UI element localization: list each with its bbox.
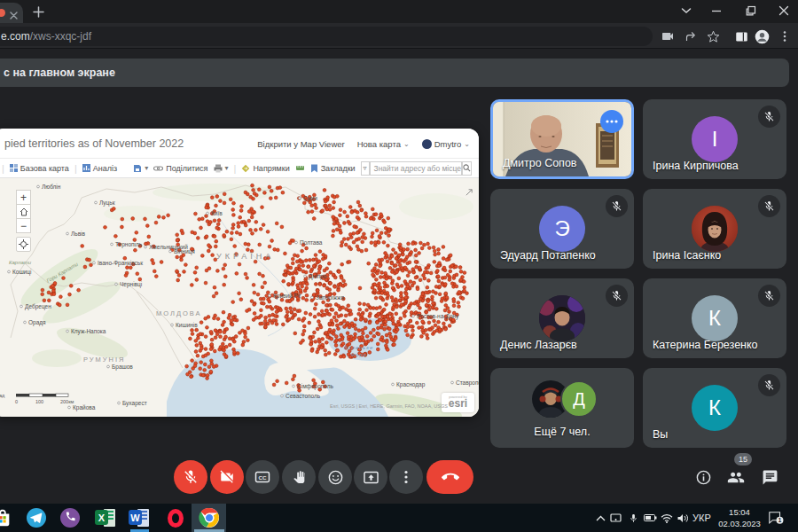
svg-text:Київ: Київ bbox=[211, 210, 223, 216]
taskbar-excel-icon[interactable]: X bbox=[95, 507, 116, 528]
tray-notifications-icon[interactable]: 1 bbox=[766, 507, 786, 528]
avatar-photo bbox=[539, 295, 585, 341]
participant-tile[interactable]: К Катерина Березенко bbox=[643, 278, 786, 358]
bookmark-star-icon[interactable] bbox=[704, 27, 722, 45]
svg-text:Івано-Франківськ: Івано-Франківськ bbox=[98, 260, 143, 267]
basemap-button[interactable]: Базова карта bbox=[10, 164, 69, 173]
window-close-button[interactable] bbox=[777, 4, 791, 18]
share-icon[interactable] bbox=[682, 27, 700, 45]
taskbar-opera-icon[interactable] bbox=[165, 507, 186, 528]
overflow-label: Ещё 7 чел. bbox=[490, 426, 634, 438]
svg-text:Запоріжжя: Запоріжжя bbox=[316, 294, 344, 301]
map-zoom-controls: + − bbox=[16, 191, 31, 252]
raise-hand-button[interactable] bbox=[282, 460, 316, 494]
mic-muted-icon bbox=[758, 195, 780, 217]
taskbar-telegram-icon[interactable] bbox=[26, 507, 47, 528]
participant-tile[interactable]: Ірина Ісаєнко bbox=[643, 189, 786, 269]
self-tile[interactable]: К Вы bbox=[643, 368, 786, 448]
omnibox[interactable]: e.com/xws-xxqc-jdf bbox=[0, 27, 653, 46]
svg-text:Львів: Львів bbox=[71, 231, 86, 237]
participants-button[interactable] bbox=[727, 468, 745, 486]
expand-map-icon[interactable] bbox=[466, 184, 473, 200]
active-tab[interactable] bbox=[0, 3, 23, 23]
measure-button[interactable] bbox=[295, 164, 305, 172]
map-search-input[interactable]: Знайти адресу або місце bbox=[370, 161, 462, 176]
user-menu[interactable]: Dmytro⌄ bbox=[422, 139, 470, 149]
search-dropdown-button[interactable]: ▿ bbox=[361, 161, 370, 176]
tray-display-icon[interactable] bbox=[608, 507, 622, 528]
tab-search-chevron-icon[interactable] bbox=[679, 4, 693, 18]
more-options-button[interactable] bbox=[389, 460, 423, 494]
mic-muted-icon bbox=[758, 106, 780, 128]
user-avatar-icon bbox=[422, 139, 432, 149]
tile-options-button[interactable] bbox=[600, 110, 623, 133]
tray-chevron-icon[interactable] bbox=[593, 507, 607, 528]
svg-text:CC: CC bbox=[258, 474, 267, 481]
new-tab-button[interactable] bbox=[30, 4, 46, 20]
svg-text:Дніпро: Дніпро bbox=[309, 273, 327, 280]
open-map-viewer-link[interactable]: Відкрити у Map Viewer bbox=[257, 139, 344, 149]
zoom-in-button[interactable]: + bbox=[16, 190, 31, 205]
tray-wifi-icon[interactable] bbox=[660, 507, 674, 528]
tray-battery-icon[interactable] bbox=[643, 507, 657, 528]
map-canvas[interactable]: ЛюблінЛуцькКиївСумиЛьвівТернопільХмельни… bbox=[0, 178, 479, 417]
home-button[interactable] bbox=[16, 204, 31, 219]
overflow-tile[interactable]: Д Ещё 7 чел. bbox=[490, 368, 634, 448]
share-map-button[interactable]: Поділитися bbox=[153, 164, 207, 173]
side-panel-icon[interactable] bbox=[732, 27, 750, 45]
taskbar-store-icon[interactable] bbox=[0, 507, 13, 528]
map-search-button[interactable] bbox=[462, 161, 472, 176]
participant-name: Денис Лазарєв bbox=[500, 339, 577, 351]
svg-text:Азовське: Азовське bbox=[343, 345, 373, 350]
taskbar-viber-icon[interactable] bbox=[59, 507, 81, 528]
zoom-out-button[interactable]: − bbox=[16, 218, 31, 233]
svg-text:Клуж-Напока: Клуж-Напока bbox=[71, 328, 106, 335]
print-button[interactable]: ▾ bbox=[214, 164, 229, 173]
taskbar-chrome-icon[interactable] bbox=[199, 507, 220, 528]
participant-tile[interactable]: Э Эдуард Потапенко bbox=[490, 189, 634, 269]
svg-text:Краснодар: Краснодар bbox=[396, 381, 426, 388]
avatar: К bbox=[692, 295, 738, 341]
present-button[interactable] bbox=[354, 460, 387, 494]
tray-language-indicator[interactable]: УКР bbox=[692, 507, 711, 528]
avatar: Э bbox=[539, 206, 585, 252]
tray-clock[interactable]: 15:04 02.03.2023 bbox=[715, 506, 764, 529]
svg-text:1: 1 bbox=[778, 517, 782, 523]
mic-off-button[interactable] bbox=[174, 460, 207, 494]
camera-off-button[interactable] bbox=[210, 460, 244, 494]
meeting-info-button[interactable] bbox=[694, 468, 712, 486]
locate-button[interactable] bbox=[16, 237, 31, 252]
participant-tile-video[interactable]: Дмитро Сопов bbox=[490, 99, 634, 179]
bookmarks-button[interactable]: Закладки bbox=[310, 164, 356, 173]
tab-close-icon[interactable] bbox=[9, 8, 19, 18]
svg-text:Орадя: Орадя bbox=[28, 319, 46, 326]
avatar: I bbox=[692, 116, 738, 162]
svg-text:Сімферополь: Сімферополь bbox=[297, 383, 334, 390]
chat-button[interactable] bbox=[761, 468, 778, 486]
new-map-dropdown[interactable]: Нова карта⌄ bbox=[357, 139, 410, 149]
window-minimize-button[interactable] bbox=[709, 4, 724, 18]
tray-volume-icon[interactable] bbox=[676, 507, 690, 528]
window-maximize-button[interactable] bbox=[744, 4, 758, 18]
tray-mic-icon[interactable] bbox=[626, 507, 640, 528]
svg-text:МОЛДОВА: МОЛДОВА bbox=[156, 309, 202, 317]
browser-address-bar: e.com/xws-xxqc-jdf bbox=[0, 23, 798, 49]
browser-menu-icon[interactable] bbox=[776, 27, 794, 45]
save-button[interactable]: ▾ bbox=[133, 164, 148, 173]
directions-button[interactable]: Напрямки bbox=[241, 164, 289, 173]
analysis-button[interactable]: Аналіз bbox=[82, 164, 117, 173]
svg-text:100: 100 bbox=[35, 399, 43, 404]
taskbar-word-icon[interactable]: W bbox=[129, 507, 150, 528]
svg-text:Ставрополь: Ставрополь bbox=[456, 379, 479, 387]
captions-button[interactable]: CC bbox=[246, 460, 279, 494]
svg-text:Луцьк: Луцьк bbox=[99, 200, 115, 207]
map-header: pied territories as of November 2022 Від… bbox=[0, 129, 479, 158]
participant-tile[interactable]: I Ірина Кирпичова bbox=[643, 99, 786, 179]
hangup-button[interactable] bbox=[426, 460, 473, 494]
camera-permission-icon[interactable] bbox=[659, 27, 677, 45]
map-attribution: Esri, USGS | Esri, HERE, Garmin, FAO, NO… bbox=[330, 403, 448, 409]
tab-favicon-icon bbox=[0, 9, 5, 17]
participant-tile[interactable]: Денис Лазарєв bbox=[490, 278, 634, 358]
reactions-button[interactable] bbox=[318, 460, 352, 494]
profile-avatar-icon[interactable] bbox=[753, 27, 771, 45]
